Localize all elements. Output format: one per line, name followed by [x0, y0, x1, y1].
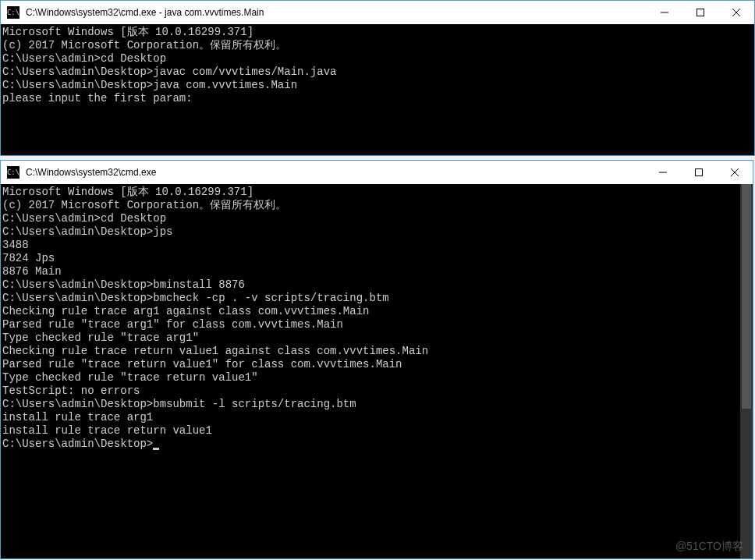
- close-button[interactable]: [717, 161, 753, 184]
- terminal-output[interactable]: Microsoft Windows [版本 10.0.16299.371](c)…: [1, 184, 740, 558]
- terminal-line: C:\Users\admin\Desktop>: [2, 438, 740, 451]
- window-title: C:\Windows\system32\cmd.exe: [26, 167, 645, 178]
- terminal-line: C:\Users\admin\Desktop>bmcheck -cp . -v …: [2, 292, 740, 305]
- terminal-line: Type checked rule "trace return value1": [2, 371, 740, 385]
- window-title: C:\Windows\system32\cmd.exe - java com.v…: [26, 7, 647, 18]
- terminal-line: C:\Users\admin\Desktop>bminstall 8876: [2, 278, 740, 292]
- terminal-line: C:\Users\admin\Desktop>bmsubmit -l scrip…: [2, 398, 740, 411]
- svg-rect-5: [696, 169, 703, 176]
- terminal-line: Microsoft Windows [版本 10.0.16299.371]: [2, 26, 754, 39]
- minimize-button[interactable]: [647, 1, 682, 24]
- terminal-line: Checking rule trace arg1 against class c…: [2, 305, 740, 318]
- terminal-line: 3488: [2, 239, 740, 252]
- terminal-line: Microsoft Windows [版本 10.0.16299.371]: [2, 186, 740, 199]
- window-controls: [647, 1, 754, 24]
- terminal-line: C:\Users\admin\Desktop>java com.vvvtimes…: [2, 79, 754, 92]
- cmd-window-java: C:\ C:\Windows\system32\cmd.exe - java c…: [0, 0, 755, 156]
- titlebar[interactable]: C:\ C:\Windows\system32\cmd.exe: [1, 161, 753, 184]
- terminal-line: please input the first param:: [2, 92, 754, 105]
- terminal-line: Parsed rule "trace arg1" for class com.v…: [2, 318, 740, 331]
- terminal-line: C:\Users\admin>cd Desktop: [2, 52, 754, 66]
- terminal-output[interactable]: Microsoft Windows [版本 10.0.16299.371](c)…: [1, 24, 754, 155]
- close-button[interactable]: [718, 1, 754, 24]
- scroll-thumb[interactable]: [742, 184, 751, 409]
- maximize-button[interactable]: [681, 161, 717, 184]
- cursor: [153, 448, 159, 450]
- terminal-line: Parsed rule "trace return value1" for cl…: [2, 358, 740, 371]
- terminal-line: 8876 Main: [2, 265, 740, 278]
- terminal-line: install rule trace return value1: [2, 424, 740, 438]
- maximize-button[interactable]: [682, 1, 718, 24]
- svg-rect-1: [697, 9, 704, 16]
- cmd-icon: C:\: [7, 166, 19, 179]
- terminal-line: Type checked rule "trace arg1": [2, 331, 740, 345]
- terminal-line: install rule trace arg1: [2, 411, 740, 424]
- titlebar[interactable]: C:\ C:\Windows\system32\cmd.exe - java c…: [1, 1, 754, 24]
- window-controls: [645, 161, 753, 184]
- terminal-line: (c) 2017 Microsoft Corporation。保留所有权利。: [2, 39, 754, 52]
- terminal-line: C:\Users\admin\Desktop>javac com/vvvtime…: [2, 66, 754, 79]
- terminal-line: (c) 2017 Microsoft Corporation。保留所有权利。: [2, 199, 740, 212]
- terminal-line: C:\Users\admin>cd Desktop: [2, 212, 740, 225]
- cmd-window-main: C:\ C:\Windows\system32\cmd.exe Microsof…: [0, 160, 753, 559]
- terminal-line: 7824 Jps: [2, 252, 740, 265]
- terminal-line: TestScript: no errors: [2, 385, 740, 398]
- cmd-icon: C:\: [7, 6, 19, 19]
- vertical-scrollbar[interactable]: [740, 184, 753, 558]
- terminal-line: C:\Users\admin\Desktop>jps: [2, 225, 740, 239]
- minimize-button[interactable]: [645, 161, 681, 184]
- terminal-line: Checking rule trace return value1 agains…: [2, 345, 740, 358]
